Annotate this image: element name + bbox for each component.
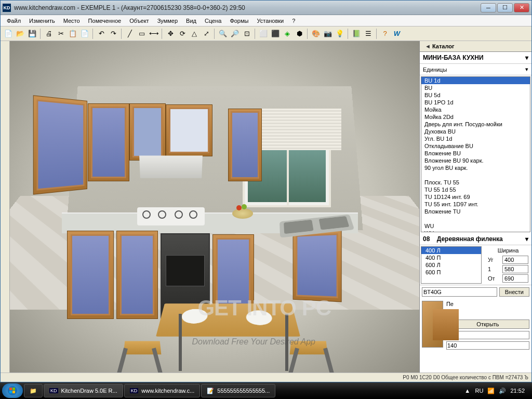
catalog-item[interactable]: 90 угол BU карк. [421,164,530,171]
catalog-item[interactable]: BU 5d [421,91,530,99]
dim-ug-input[interactable] [502,256,528,264]
view-persp-icon[interactable]: ⬢ [294,28,305,39]
layers-icon[interactable]: ☰ [363,28,374,39]
menu-settings[interactable]: Установки [252,16,288,25]
size-item[interactable]: 400 Л [421,247,481,254]
size-item[interactable]: 600 П [421,269,481,276]
catalog-item[interactable]: TU 55 1d 55 [421,186,530,193]
menu-place[interactable]: Место [59,16,84,25]
render-icon[interactable]: 🎨 [310,28,322,39]
zoom-fit-icon[interactable]: ⊡ [241,28,252,39]
catalog-item[interactable]: Угл. BU 1d [421,135,530,142]
dim-ot-input[interactable] [502,274,528,283]
redo-icon[interactable]: ↷ [108,28,119,39]
menu-file[interactable]: Файл [3,16,25,25]
catalog-item[interactable]: Плоск. TU 55 [421,179,530,186]
lang-indicator[interactable]: RU [475,388,484,394]
vertical-ruler[interactable] [1,41,10,373]
catalog-tab[interactable]: ◄ Каталог [420,41,531,52]
menu-edit[interactable]: Изменить [25,16,59,25]
catalog-item[interactable]: BU 1PO 1d [421,99,530,106]
sound-icon[interactable]: 🔊 [499,387,506,394]
bottom-val-input[interactable] [446,341,529,350]
size-item[interactable]: 400 П [421,254,481,261]
size-list[interactable]: 400 Л400 П600 Л600 П [421,246,482,284]
minimize-button[interactable]: ─ [481,3,496,12]
view-top-icon[interactable]: ⬜ [258,28,269,39]
catalog-item[interactable] [421,171,530,179]
rotate-icon[interactable]: ⟳ [177,28,188,39]
maximize-button[interactable]: ☐ [497,3,513,12]
svg-rect-3 [9,391,12,393]
menu-marked[interactable]: Помеченное [84,16,126,25]
catalog-units-dropdown[interactable]: Единицы▾ [420,64,531,75]
tray-up-icon[interactable]: ▲ [464,387,471,394]
menu-object[interactable]: Объект [125,16,153,25]
new-icon[interactable]: 📄 [3,28,14,39]
3d-viewport[interactable]: GET INTO PC Download Free Your Desired A… [10,41,419,373]
catalog-item[interactable]: Дверь для инт. Посудо-мойки [421,121,530,128]
catalog-item[interactable]: BU [421,84,530,91]
task-item-explorer[interactable]: 📁 [24,384,43,397]
system-tray[interactable]: ▲ RU 📶 🔊 21:52 [459,387,530,394]
window-title: www.kitchendraw.com - EXEMPLE 1 - (Акаун… [14,4,481,11]
menu-help[interactable]: ? [288,16,299,25]
dim-icon[interactable]: ⟷ [148,28,159,39]
print-icon[interactable]: 🖨 [43,28,55,39]
task-item-kitchendraw[interactable]: KD KitchenDraw 5.0E R... [44,384,123,397]
save-icon[interactable]: 💾 [26,28,38,39]
na-dropdown[interactable] [456,331,529,339]
catalog-item[interactable]: Откладывание BU [421,142,530,150]
task-item-doc[interactable]: 📝 555555555555555... [201,384,275,397]
catalog-item[interactable]: BU 1d [421,77,530,84]
catalog-second-dropdown[interactable]: 08 Деревянная филенка▾ [420,233,531,245]
view-3d-icon[interactable]: ◈ [282,28,293,39]
menu-zoom[interactable]: Зуммер [153,16,182,25]
catalog-icon[interactable]: 📗 [351,28,362,39]
catalog-item[interactable]: Духовка BU [421,128,530,135]
catalog-item[interactable]: TU 55 инт. 1D97 инт. [421,201,530,208]
paste-icon[interactable]: 📄 [79,28,90,39]
zoom-out-icon[interactable]: 🔎 [229,28,241,39]
clock[interactable]: 21:52 [510,388,525,394]
rect-icon[interactable]: ▭ [136,28,148,39]
titlebar[interactable]: KD www.kitchendraw.com - EXEMPLE 1 - (Ак… [1,1,531,15]
menu-scene[interactable]: Сцена [201,16,225,25]
line-icon[interactable]: ╱ [124,28,136,39]
svg-rect-1 [9,388,12,390]
scale-icon[interactable]: ⤢ [201,28,212,39]
catalog-item[interactable]: WU [421,222,530,230]
close-button[interactable]: ✕ [514,3,529,12]
mirror-icon[interactable]: △ [189,28,200,39]
menu-forms[interactable]: Формы [225,16,252,25]
dim-one-input[interactable] [502,265,528,273]
menu-view[interactable]: Вид [182,16,201,25]
web-icon[interactable]: W [391,28,403,39]
size-item[interactable]: 600 Л [421,261,481,269]
catalog-item[interactable]: TU 1D124 инт. 69 [421,193,530,201]
start-button[interactable] [2,383,23,398]
undo-icon[interactable]: ↶ [96,28,107,39]
catalog-item[interactable] [421,215,530,222]
network-icon[interactable]: 📶 [487,387,495,394]
task-item-kitchendraw2[interactable]: KD www.kitchendraw.c... [124,384,201,397]
zoom-in-icon[interactable]: 🔍 [217,28,229,39]
copy-icon[interactable]: 📋 [67,28,78,39]
move-icon[interactable]: ✥ [165,28,176,39]
help-icon[interactable]: ? [379,28,391,39]
ref-input[interactable] [422,287,497,297]
catalog-item[interactable]: Мойка 2Dd [421,113,530,121]
catalog-item-list[interactable]: BU 1dBUBU 5dBU 1PO 1dМойкаМойка 2DdДверь… [421,76,530,232]
catalog-item[interactable]: Вложение BU [421,150,530,157]
cut-icon[interactable]: ✂ [55,28,66,39]
catalog-item[interactable]: Вложение TU [421,208,530,215]
catalog-item[interactable]: WU [421,230,530,232]
light-icon[interactable]: 💡 [334,28,345,39]
open-icon[interactable]: 📂 [15,28,26,39]
catalog-item[interactable]: Мойка [421,106,530,113]
catalog-item[interactable]: Вложение BU 90 карк. [421,157,530,164]
camera-icon[interactable]: 📷 [322,28,334,39]
view-front-icon[interactable]: ⬛ [270,28,281,39]
catalog-title-dropdown[interactable]: МИНИ-БАЗА КУХНИ▾ [420,52,531,64]
insert-button[interactable]: Внести [499,287,529,297]
